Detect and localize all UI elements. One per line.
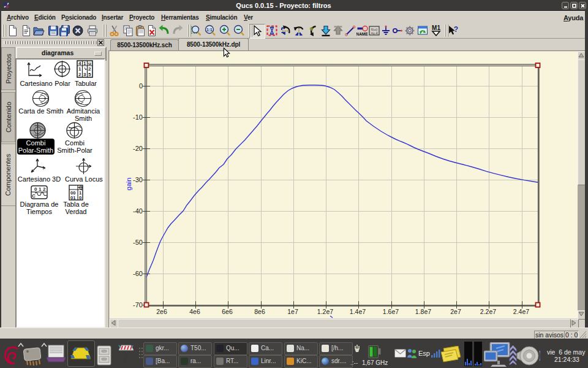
svg-text:-60: -60 [133, 270, 143, 277]
svg-text:0: 0 [34, 186, 37, 192]
svg-text:-30: -30 [133, 176, 143, 183]
svg-text:-20: -20 [133, 145, 143, 152]
svg-text:2.2e7: 2.2e7 [480, 308, 496, 315]
svg-text:5: 5 [88, 72, 91, 77]
svg-text:M1: M1 [432, 25, 440, 31]
svg-text:2: 2 [78, 72, 81, 77]
svg-text:6e6: 6e6 [222, 308, 233, 315]
svg-text:0: 0 [139, 82, 143, 90]
svg-text:-10: -10 [133, 113, 143, 121]
svg-text:1.6e7: 1.6e7 [383, 308, 399, 315]
svg-text:4: 4 [78, 61, 81, 66]
svg-text:u: u [88, 61, 91, 66]
svg-text:0: 0 [79, 195, 81, 201]
svg-text:1: 1 [78, 66, 81, 72]
svg-text:-50: -50 [133, 239, 143, 246]
svg-text:2: 2 [43, 186, 46, 192]
svg-text:1.2e7: 1.2e7 [317, 308, 333, 315]
svg-text:2.4e7: 2.4e7 [513, 308, 529, 315]
svg-text:8e6: 8e6 [254, 308, 265, 315]
svg-text:-40: -40 [133, 207, 143, 215]
svg-text:=u·4: =u·4 [371, 31, 377, 35]
svg-text:2e6: 2e6 [156, 308, 167, 315]
svg-text:1e7: 1e7 [287, 308, 298, 315]
svg-text:3: 3 [83, 72, 86, 77]
svg-text:?: ? [454, 25, 458, 34]
svg-text:gain: gain [125, 178, 132, 191]
svg-text:1.4e7: 1.4e7 [350, 308, 366, 315]
svg-text:4e6: 4e6 [189, 308, 200, 315]
svg-text:2: 2 [88, 66, 91, 72]
svg-text:1: 1 [83, 61, 86, 66]
svg-text:C: C [32, 193, 36, 199]
svg-text:-70: -70 [133, 301, 143, 309]
svg-text:Q: Q [79, 185, 83, 190]
svg-text:01: 01 [70, 195, 75, 201]
svg-text:2e7: 2e7 [450, 308, 461, 315]
svg-text:1:1: 1:1 [206, 28, 213, 32]
svg-text:1: 1 [39, 186, 42, 192]
svg-text:NAME: NAME [356, 32, 368, 36]
svg-text:1.8e7: 1.8e7 [415, 308, 431, 315]
